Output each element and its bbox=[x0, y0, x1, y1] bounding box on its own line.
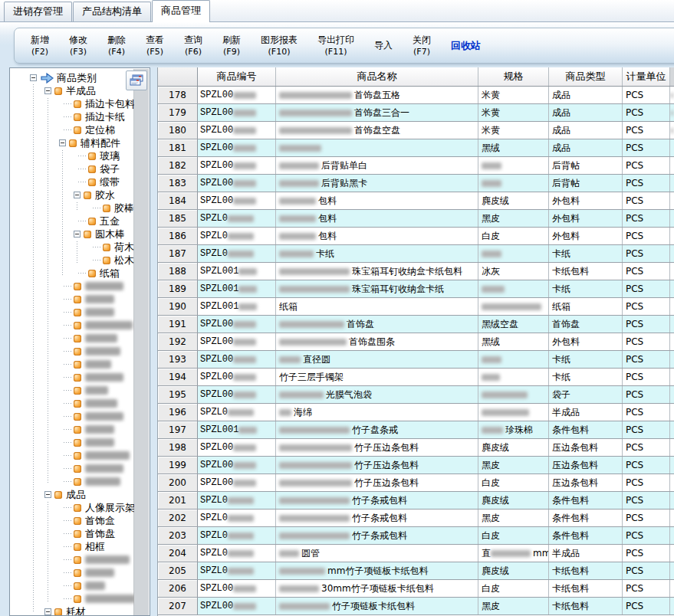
cell-unit[interactable]: PCS bbox=[623, 298, 670, 315]
cell-product-name[interactable]: 首饰盘围条 bbox=[276, 333, 478, 350]
tab-product-structure-list[interactable]: 产品结构清单 bbox=[73, 2, 151, 21]
grid-header-cell[interactable]: 规格 bbox=[478, 67, 549, 86]
grid-row[interactable]: 201SPZL0竹子条戒包料麂皮绒条件包料PCS bbox=[158, 492, 674, 510]
cell-unit[interactable]: PCS bbox=[623, 580, 670, 597]
cell-product-code[interactable]: SPZL0 bbox=[198, 245, 276, 262]
expander-minus-icon[interactable] bbox=[59, 139, 66, 146]
cell-spec[interactable]: 珍珠棉 bbox=[478, 421, 549, 438]
tree-node-redacted[interactable] bbox=[10, 592, 134, 605]
cell-product-name[interactable]: 纸箱 bbox=[276, 298, 478, 315]
cell-spec[interactable]: 黑绒空盘 bbox=[478, 316, 549, 333]
cell-product-code[interactable]: SPZL00 bbox=[198, 439, 276, 456]
import-button[interactable]: 导入 bbox=[364, 38, 403, 53]
tree-node-redacted[interactable] bbox=[10, 475, 134, 488]
cell-product-name[interactable]: 包料 bbox=[276, 228, 478, 244]
cell-unit[interactable]: PCS bbox=[623, 404, 670, 421]
cell-product-code[interactable]: SPZL0 bbox=[198, 545, 276, 562]
cell-product-type[interactable]: 袋子 bbox=[549, 386, 623, 403]
expander-minus-icon[interactable] bbox=[44, 608, 51, 615]
delete-button[interactable]: 删除(F4) bbox=[97, 33, 136, 59]
tree-node[interactable]: 玻璃 bbox=[10, 149, 134, 162]
cell-spec[interactable]: 米黄 bbox=[478, 122, 549, 139]
tree-node-redacted[interactable] bbox=[10, 319, 134, 332]
cell-product-name[interactable]: 竹子条戒包料 bbox=[276, 527, 478, 544]
grid-row[interactable]: 186SPZL0包料白皮外包料PCS bbox=[158, 228, 674, 245]
cell-product-name[interactable] bbox=[276, 139, 478, 156]
cell-product-code[interactable]: SPZL001 bbox=[198, 263, 276, 280]
tab-purchase-sale-inventory[interactable]: 进销存管理 bbox=[4, 2, 72, 21]
tree-node[interactable]: 首饰盘 bbox=[10, 527, 134, 540]
cell-spec[interactable]: 直mm bbox=[478, 545, 549, 562]
cell-unit[interactable]: PCS bbox=[623, 87, 670, 103]
cell-product-name[interactable]: 竹子压边条包料 bbox=[276, 439, 478, 456]
tree-node[interactable]: 插边卡包料 bbox=[10, 97, 134, 110]
tree-node-redacted[interactable] bbox=[10, 553, 134, 566]
cell-product-name[interactable]: 竹子压边条包料 bbox=[276, 474, 478, 491]
tree-node[interactable]: 胶棒 bbox=[10, 202, 134, 215]
tree-node[interactable]: 相框 bbox=[10, 540, 134, 553]
tree-node[interactable]: 胶水 bbox=[10, 188, 134, 202]
grid-header-cell[interactable] bbox=[158, 67, 198, 86]
cell-product-type[interactable]: 成品 bbox=[549, 139, 623, 156]
grid-row[interactable]: 196SPZL0海绵半成品PCS bbox=[158, 404, 674, 421]
cell-unit[interactable]: PCS bbox=[623, 369, 670, 385]
cell-spec[interactable]: 白皮 bbox=[478, 228, 549, 244]
graph-report-button[interactable]: 图形报表(F10) bbox=[251, 33, 307, 59]
cell-spec[interactable] bbox=[478, 157, 549, 174]
add-button[interactable]: 新增(F2) bbox=[21, 33, 59, 59]
cell-product-code[interactable]: SPZL001 bbox=[198, 421, 276, 438]
cell-unit[interactable]: PCS bbox=[623, 421, 670, 438]
cell-spec[interactable] bbox=[478, 386, 549, 403]
cell-product-name[interactable]: 首饰盘五格 bbox=[276, 87, 478, 103]
tree-node-redacted[interactable] bbox=[10, 332, 134, 345]
refresh-button[interactable]: 刷新(F9) bbox=[212, 33, 251, 59]
cell-spec[interactable] bbox=[478, 245, 549, 262]
cell-unit[interactable]: PCS bbox=[623, 280, 670, 297]
tree-node[interactable]: 缎带 bbox=[10, 175, 134, 188]
cell-product-code[interactable]: SPZL001 bbox=[198, 298, 276, 315]
cell-unit[interactable]: PCS bbox=[623, 386, 670, 403]
tree-node-redacted[interactable] bbox=[10, 566, 134, 579]
cell-unit[interactable]: PCS bbox=[623, 228, 670, 244]
cell-product-code[interactable]: SPZL00 bbox=[198, 333, 276, 350]
cell-product-type[interactable]: 纸箱 bbox=[549, 298, 623, 315]
cell-spec[interactable]: 黑绒 bbox=[478, 333, 549, 350]
grid-row[interactable]: 193SPZL00直径圆卡纸PCS bbox=[158, 351, 674, 369]
cell-product-code[interactable]: SPZL0 bbox=[198, 228, 276, 244]
cell-product-name[interactable]: 竹子条戒包料 bbox=[276, 510, 478, 526]
grid-row[interactable]: 185SPZL0包料黑皮外包料PCS bbox=[158, 210, 674, 228]
grid-row[interactable]: 202SPZL0竹子条戒包料黑皮条件包料PCS bbox=[158, 510, 674, 527]
grid-row[interactable]: 190SPZL001纸箱纸箱PCS bbox=[158, 298, 674, 316]
cell-unit[interactable]: PCS bbox=[623, 245, 670, 262]
cell-product-code[interactable]: SPZL00 bbox=[198, 457, 276, 473]
query-button[interactable]: 查询(F6) bbox=[174, 33, 212, 59]
grid-row[interactable]: 180SPZL00首饰盘空盘米黄成品PCS bbox=[158, 122, 674, 139]
grid-row[interactable]: 189SPZL001珠宝箱耳钉收纳盒卡纸卡纸PCS bbox=[158, 280, 674, 298]
cell-product-name[interactable]: 包料 bbox=[276, 192, 478, 209]
cell-product-type[interactable]: 外包料 bbox=[549, 333, 623, 350]
cell-unit[interactable]: PCS bbox=[623, 104, 670, 121]
export-print-button[interactable]: 导出打印(F11) bbox=[307, 33, 364, 59]
tree-node-redacted[interactable] bbox=[10, 280, 134, 293]
cell-unit[interactable]: PCS bbox=[623, 192, 670, 209]
cell-product-code[interactable]: SPZL00 bbox=[198, 87, 276, 103]
tree-node[interactable]: 半成品 bbox=[10, 84, 134, 97]
cell-product-type[interactable]: 成品 bbox=[549, 122, 623, 139]
cell-product-type[interactable]: 首饰盘 bbox=[549, 316, 623, 333]
cell-product-name[interactable]: 珠宝箱耳钉收纳盒卡纸包料 bbox=[276, 263, 478, 280]
cell-product-code[interactable]: SPZL00 bbox=[198, 386, 276, 403]
cell-product-code[interactable]: SPZL00 bbox=[198, 316, 276, 333]
cell-spec[interactable] bbox=[478, 351, 549, 368]
tree-node-redacted[interactable] bbox=[10, 306, 134, 319]
cell-product-code[interactable]: SPZL00 bbox=[198, 175, 276, 192]
cell-product-name[interactable]: 光膜气泡袋 bbox=[276, 386, 478, 403]
cell-product-name[interactable]: 竹子三层手镯架 bbox=[276, 369, 478, 385]
cell-product-type[interactable]: 卡纸包料 bbox=[549, 263, 623, 280]
cell-spec[interactable]: 麂皮绒 bbox=[478, 192, 549, 209]
cell-spec[interactable]: 麂皮绒 bbox=[478, 439, 549, 456]
cell-product-type[interactable]: 卡纸包料 bbox=[549, 580, 623, 597]
grid-row[interactable]: 194SPZL00竹子三层手镯架卡纸PCS bbox=[158, 369, 674, 386]
cell-unit[interactable]: PCS bbox=[623, 351, 670, 368]
cell-spec[interactable] bbox=[478, 404, 549, 421]
cell-unit[interactable]: PCS bbox=[623, 139, 670, 156]
